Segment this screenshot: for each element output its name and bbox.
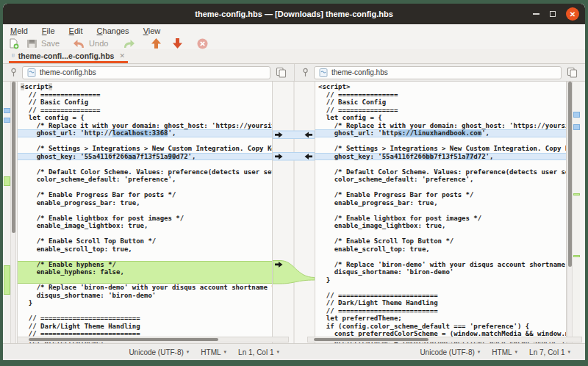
diffmap-blue-marker[interactable]: [573, 124, 580, 130]
editor-pane-right[interactable]: <script> // =============== // Basic Con…: [315, 82, 567, 343]
code-text: script: [24, 83, 49, 90]
encoding-selector[interactable]: Unicode (UTF-8) ▾: [420, 348, 480, 356]
minimize-button[interactable]: [533, 13, 539, 15]
code-text: // =========================: [318, 292, 438, 299]
code-line: }: [18, 299, 272, 307]
scrollbar-handle[interactable]: [29, 338, 218, 341]
close-button[interactable]: ✕: [566, 7, 579, 21]
syntax-value: HTML: [201, 348, 220, 356]
tab-theme-config[interactable]: theme-confi...e-config.hbs ✕: [9, 49, 128, 62]
code-line: enable_progress_bar: true,: [18, 199, 272, 207]
scrollbar-handle[interactable]: [12, 82, 15, 233]
code-line: /* Enable Progress Bar for posts */: [18, 191, 272, 199]
code-text: ghost_url: 'http://: [21, 129, 112, 137]
tab-close-icon[interactable]: ✕: [119, 52, 125, 60]
arrow-down-icon: [173, 38, 182, 49]
overview-map-left[interactable]: [4, 82, 10, 343]
code-line: [18, 307, 272, 315]
diffmap-blue-marker[interactable]: [4, 108, 10, 113]
code-text: ',: [168, 129, 176, 137]
menu-edit[interactable]: Edit: [69, 26, 83, 35]
redo-button[interactable]: [123, 39, 135, 49]
save-button[interactable]: Save: [26, 38, 60, 49]
code-line: enable_image_lightbox: true,: [18, 222, 272, 230]
new-file-icon: [9, 38, 19, 49]
code-text: let config = {: [318, 114, 382, 121]
code-text: 7f13f51a: [434, 153, 465, 160]
pin-icon: [10, 68, 17, 78]
status-left: Unicode (UTF-8) ▾ HTML ▾ Ln 1, Col 1 ▾: [3, 344, 294, 360]
code-line: [18, 276, 272, 284]
stop-button[interactable]: [197, 38, 208, 49]
code-line: /* Enable hyphens */: [18, 261, 272, 269]
next-change-button[interactable]: [173, 38, 182, 49]
menu-bar: MeldFileEditChangesView: [3, 24, 585, 37]
syntax-selector[interactable]: HTML ▾: [492, 348, 517, 356]
code-text: /* Enable Progress Bar for posts */: [21, 191, 176, 198]
code-text: /* Replace it with your domain: ghost_ho…: [21, 122, 273, 129]
menu-changes[interactable]: Changes: [97, 26, 129, 35]
code-text: enable_progress_bar: true,: [318, 199, 438, 207]
copy-icon[interactable]: [567, 67, 578, 78]
diff-inline-segment: s://linuxhandbook.com: [398, 129, 481, 137]
undo-button[interactable]: Undo: [73, 39, 108, 49]
desktop-frame: theme-config.hbs — [Downloads] theme-con…: [0, 0, 588, 366]
code-text: /* Default Color Scheme. Values: prefere…: [21, 168, 273, 176]
diffmap-blue-marker[interactable]: [4, 118, 10, 123]
code-line: [315, 184, 566, 192]
editor-pane-left[interactable]: <script> // =============== // Basic Con…: [17, 82, 273, 343]
diffmap-green-marker[interactable]: [573, 193, 580, 195]
code-line: <script>: [315, 83, 566, 91]
tab-label: theme-confi...e-config.hbs: [18, 51, 115, 60]
new-comparison-button[interactable]: [9, 38, 19, 49]
horizontal-scrollbar-left[interactable]: [17, 337, 289, 342]
code-text: color_scheme_default: 'preference',: [318, 176, 473, 183]
vertical-scrollbar-left[interactable]: [10, 82, 16, 343]
save-icon: [26, 38, 37, 49]
previous-change-button[interactable]: [151, 38, 161, 49]
scrollbar-handle[interactable]: [568, 82, 572, 267]
toolbar: Save Undo: [3, 37, 585, 49]
encoding-value: Unicode (UTF-8): [420, 348, 474, 356]
code-line: [18, 184, 272, 192]
menu-meld[interactable]: Meld: [10, 26, 28, 35]
code-text: /* Enable lightbox for post images */: [318, 215, 481, 222]
cursor-position-selector[interactable]: Ln 7, Col 1 ▾: [529, 348, 570, 356]
code-line: // ===============: [18, 107, 272, 115]
titlebar[interactable]: theme-config.hbs — [Downloads] theme-con…: [3, 4, 585, 24]
encoding-value: Unicode (UTF-8): [129, 348, 183, 356]
vertical-scrollbar-right[interactable]: [567, 82, 573, 343]
encoding-selector[interactable]: Unicode (UTF-8) ▾: [129, 348, 189, 356]
file-selector-right[interactable]: theme-config.hbs: [314, 66, 562, 79]
diffmap-blue-marker[interactable]: [573, 112, 580, 118]
code-line: /* Default Color Scheme. Values: prefere…: [315, 168, 566, 176]
code-text: /* Replace it with your domain: ghost_ho…: [318, 122, 567, 129]
code-line: enable_progress_bar: true,: [315, 199, 566, 207]
code-text: // ===============: [318, 107, 398, 114]
copy-icon[interactable]: [276, 67, 287, 78]
code-text: ghost_key: '55a4116f266: [318, 153, 426, 160]
menu-view[interactable]: View: [143, 26, 161, 35]
code-line: // Dark/Light Theme Handling: [18, 323, 272, 331]
diffmap-green-marker[interactable]: [4, 176, 10, 186]
code-text: // ===============: [21, 91, 100, 98]
diffmap-green-marker[interactable]: [573, 255, 580, 257]
cursor-position-selector[interactable]: Ln 1, Col 1 ▾: [238, 348, 279, 356]
overview-map-right[interactable]: [573, 82, 580, 343]
horizontal-scrollbar-right[interactable]: [307, 337, 582, 342]
code-text: }: [318, 276, 330, 284]
code-text: /* Default Color Scheme. Values: prefere…: [318, 168, 567, 176]
menu-file[interactable]: File: [42, 26, 55, 35]
syntax-selector[interactable]: HTML ▾: [201, 348, 226, 356]
diffmap-green-marker[interactable]: [4, 265, 10, 295]
diff-inline-segment: bb: [426, 153, 434, 160]
code-line: }: [315, 276, 566, 284]
file-selector-left[interactable]: theme-config.hbs: [22, 66, 270, 79]
code-text: /* Enable Scroll Top Button */: [318, 237, 453, 245]
scrollbar-handle[interactable]: [314, 338, 429, 341]
maximize-button[interactable]: [550, 11, 556, 17]
window-title: theme-config.hbs — [Downloads] theme-con…: [195, 10, 393, 18]
file-header-right: theme-config.hbs: [294, 64, 585, 81]
code-text: /* Enable hyphens */: [21, 261, 116, 268]
code-line: enable_hyphens: false,: [18, 268, 272, 276]
